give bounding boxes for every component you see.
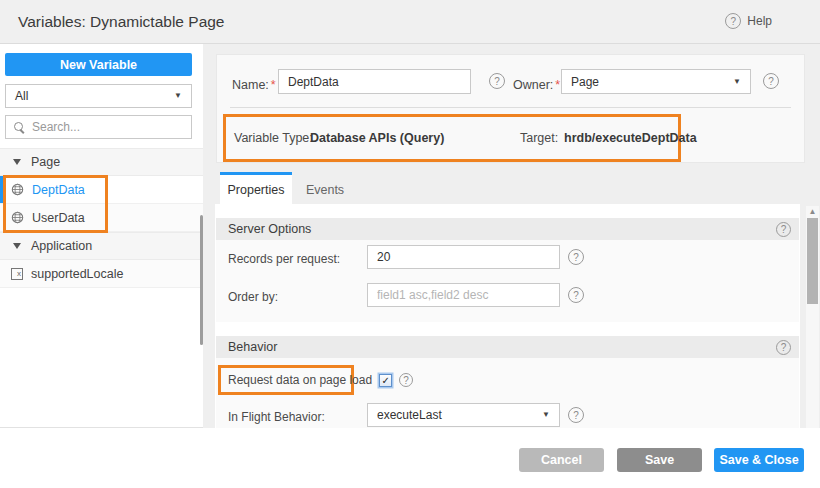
title-bar: Variables: Dynamictable Page ? Help [0, 0, 820, 44]
page-title: Variables: Dynamictable Page [18, 0, 225, 43]
properties-panel: Server Options ? Records per request: ? … [215, 204, 800, 428]
server-options-header: Server Options ? [216, 218, 799, 240]
chevron-down-icon: ▼ [542, 411, 550, 419]
required-asterisk: * [555, 78, 560, 92]
variable-filter-select[interactable]: All ▼ [5, 84, 192, 108]
owner-help-icon[interactable]: ? [763, 73, 779, 89]
highlight-box-request-on-load: Request data on page load ✓ ? [218, 365, 354, 395]
search-icon [14, 122, 25, 133]
tree-item-label: supportedLocale [31, 267, 123, 281]
records-help-icon[interactable]: ? [568, 249, 584, 265]
variable-tree: Page DeptData UserData Application x sup… [0, 148, 203, 288]
order-by-input[interactable] [367, 283, 560, 307]
order-by-label: Order by: [228, 290, 278, 304]
save-and-close-button[interactable]: Save & Close [714, 448, 804, 472]
variable-type-label: Variable Type: [234, 131, 313, 145]
records-per-request-label: Records per request: [228, 252, 340, 266]
request-on-load-checkbox[interactable]: ✓ [379, 374, 392, 387]
owner-select[interactable]: Page ▼ [561, 69, 751, 94]
name-label: Name:* [232, 78, 276, 92]
owner-label: Owner:* [513, 78, 560, 92]
new-variable-button[interactable]: New Variable [5, 53, 192, 76]
variable-summary-card: Name:* ? Owner:* Page ▼ ? Variable Type:… [216, 54, 805, 163]
behavior-header: Behavior ? [216, 336, 799, 358]
request-on-load-label: Request data on page load [228, 373, 372, 387]
tree-item-userdata[interactable]: UserData [0, 204, 203, 232]
tree-group-label: Application [31, 239, 92, 253]
name-input[interactable] [278, 69, 471, 94]
help-link[interactable]: ? Help [725, 13, 772, 29]
tree-group-application[interactable]: Application [0, 232, 203, 260]
in-flight-behavior-value: executeLast [377, 408, 442, 422]
scroll-up-arrow-icon[interactable]: ▲ [806, 206, 819, 218]
required-asterisk: * [271, 78, 276, 92]
target-label: Target: [520, 131, 558, 145]
save-button[interactable]: Save [617, 448, 702, 472]
help-circle-icon: ? [725, 13, 741, 29]
main-scrollbar-thumb[interactable] [807, 218, 818, 304]
records-per-request-input[interactable] [367, 245, 560, 269]
in-flight-behavior-label: In Flight Behavior: [228, 410, 325, 424]
card-divider [230, 107, 791, 108]
target-value: hrdb/executeDeptData [564, 131, 697, 145]
footer-bar: Cancel Save Save & Close [0, 428, 820, 488]
owner-value: Page [571, 75, 599, 89]
order-by-help-icon[interactable]: ? [568, 287, 584, 303]
behavior-help-icon[interactable]: ? [776, 340, 791, 355]
tree-item-label: UserData [32, 211, 85, 225]
variable-search[interactable] [5, 115, 192, 139]
tab-properties[interactable]: Properties [220, 172, 292, 204]
service-variable-globe-icon [11, 211, 24, 224]
tree-item-label: DeptData [32, 183, 85, 197]
help-label: Help [747, 14, 772, 28]
in-flight-help-icon[interactable]: ? [568, 407, 584, 423]
tree-item-deptdata[interactable]: DeptData [0, 176, 203, 204]
service-variable-globe-icon [11, 183, 24, 196]
chevron-down-icon: ▼ [733, 78, 741, 86]
chevron-down-icon: ▼ [174, 92, 182, 100]
server-options-help-icon[interactable]: ? [776, 222, 791, 237]
tree-group-page[interactable]: Page [0, 148, 203, 176]
tab-events[interactable]: Events [292, 175, 358, 204]
tree-item-supportedlocale[interactable]: x supportedLocale [0, 260, 203, 288]
collapse-triangle-icon [13, 243, 21, 249]
highlight-box-variable-type: Variable Type: Database APIs (Query) Tar… [223, 114, 681, 162]
name-help-icon[interactable]: ? [489, 73, 505, 89]
model-variable-icon: x [11, 268, 23, 280]
variables-sidebar: New Variable All ▼ Page DeptData UserDat… [0, 44, 203, 428]
variable-editor-main: Name:* ? Owner:* Page ▼ ? Variable Type:… [203, 44, 820, 428]
search-input[interactable] [32, 120, 172, 134]
variable-filter-value: All [15, 89, 28, 103]
cancel-button[interactable]: Cancel [519, 448, 604, 472]
collapse-triangle-icon [13, 159, 21, 165]
server-options-title: Server Options [228, 222, 311, 236]
variable-type-value: Database APIs (Query) [310, 131, 444, 145]
tree-group-label: Page [31, 155, 60, 169]
behavior-title: Behavior [228, 340, 277, 354]
in-flight-behavior-select[interactable]: executeLast ▼ [367, 403, 560, 427]
